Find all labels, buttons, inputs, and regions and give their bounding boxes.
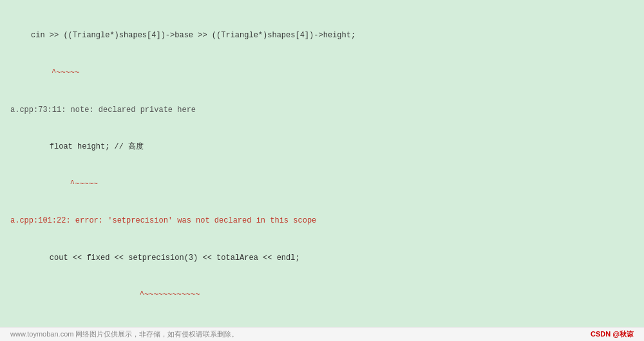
code-line-2: float height; // 高度 [10, 141, 634, 153]
watermark-text: www.toymoban.com 网络图片仅供展示，非存储，如有侵权请联系删除。 [10, 329, 238, 339]
csdn-badge: CSDN @秋谅 [591, 329, 634, 339]
code-line-1: cin >> ((Triangle*)shapes[4])->base >> (… [10, 30, 634, 42]
compiler-output: cin >> ((Triangle*)shapes[4])->base >> (… [10, 5, 634, 341]
error-line-1: a.cpp:101:22: error: 'setprecision' was … [10, 215, 634, 227]
tilde-3: ^~~~~~~~~~~~~ [10, 289, 634, 301]
compiler-output-section: cin >> ((Triangle*)shapes[4])->base >> (… [0, 0, 644, 341]
code-line-3: cout << fixed << setprecision(3) << tota… [10, 252, 634, 264]
bottom-bar: www.toymoban.com 网络图片仅供展示，非存储，如有侵权请联系删除。… [0, 327, 644, 341]
tilde-1: ^~~~~~ [10, 67, 634, 79]
tilde-2: ^~~~~~ [10, 178, 634, 190]
note-line-1: a.cpp:73:11: note: declared private here [10, 104, 634, 116]
